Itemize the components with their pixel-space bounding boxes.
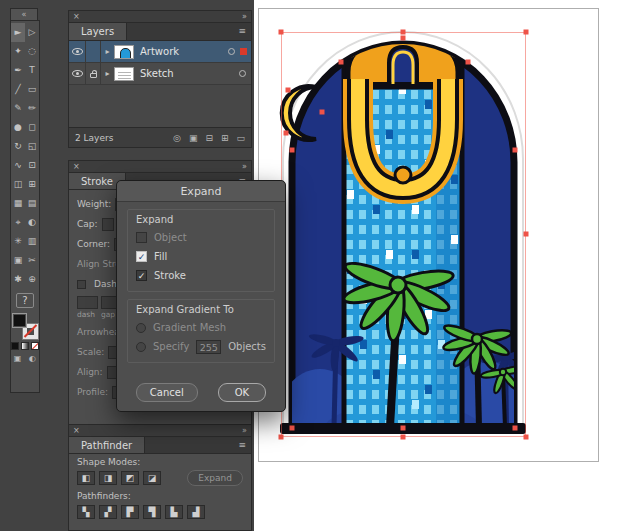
specify-label: Specify [153,341,189,352]
selection-anchor[interactable] [524,30,529,35]
selection-anchor[interactable] [339,60,344,65]
ok-button[interactable]: OK [218,383,266,402]
selection-anchor[interactable] [401,36,406,41]
dialog-title: Expand [117,181,285,202]
expand-dialog: Expand Expand Object ✓ Fill ✓ Stroke Exp… [116,180,286,412]
gradient-mesh-label: Gradient Mesh [153,322,226,333]
selection-anchor[interactable] [279,435,284,440]
specify-objects-field[interactable]: 255 [196,340,221,354]
gradient-mesh-radio[interactable] [136,323,146,333]
selection-anchor[interactable] [466,60,471,65]
objects-suffix-label: Objects [228,341,266,352]
gradient-options-group: Expand Gradient To Gradient Mesh Specify… [127,299,275,363]
fill-label: Fill [154,251,167,262]
selection-anchor[interactable] [279,30,284,35]
selection-anchor[interactable] [513,148,518,153]
illustrator-window: « ►▷✦◌✒T╱▭✎✏●◻↻◱∿⊡◫⊞▦▤⌖◐✳▥▣✂✱⊕ ? ▣◐ × » … [0,0,630,531]
selection-anchor[interactable] [290,148,295,153]
fill-checkbox[interactable]: ✓ [136,251,147,262]
stroke-label: Stroke [154,270,186,281]
selection-anchor[interactable] [524,232,529,237]
specify-radio[interactable] [136,342,146,352]
expand-options-group: Expand Object ✓ Fill ✓ Stroke [127,209,275,292]
selection-anchor[interactable] [524,435,529,440]
selection-anchor[interactable] [286,88,291,93]
expand-group-label: Expand [136,214,266,225]
selection-anchor[interactable] [513,426,518,431]
object-checkbox[interactable] [136,232,147,243]
object-label: Object [154,232,187,243]
dialog-buttons: Cancel OK [117,383,285,402]
selection-anchor[interactable] [401,435,406,440]
specify-option-row[interactable]: Specify 255 Objects [136,337,266,356]
selection-anchor[interactable] [401,426,406,431]
stroke-checkbox[interactable]: ✓ [136,270,147,281]
gradient-group-label: Expand Gradient To [136,304,266,315]
selection-anchor[interactable] [290,426,295,431]
fill-option-row[interactable]: ✓ Fill [136,247,266,266]
cancel-button[interactable]: Cancel [136,383,198,402]
selection-anchor[interactable] [284,131,289,136]
selection-anchor[interactable] [320,110,325,115]
selection-anchor[interactable] [401,30,406,35]
stroke-option-row[interactable]: ✓ Stroke [136,266,266,285]
selection-anchors [0,0,630,531]
object-option-row[interactable]: Object [136,228,266,247]
gradient-mesh-option-row[interactable]: Gradient Mesh [136,318,266,337]
